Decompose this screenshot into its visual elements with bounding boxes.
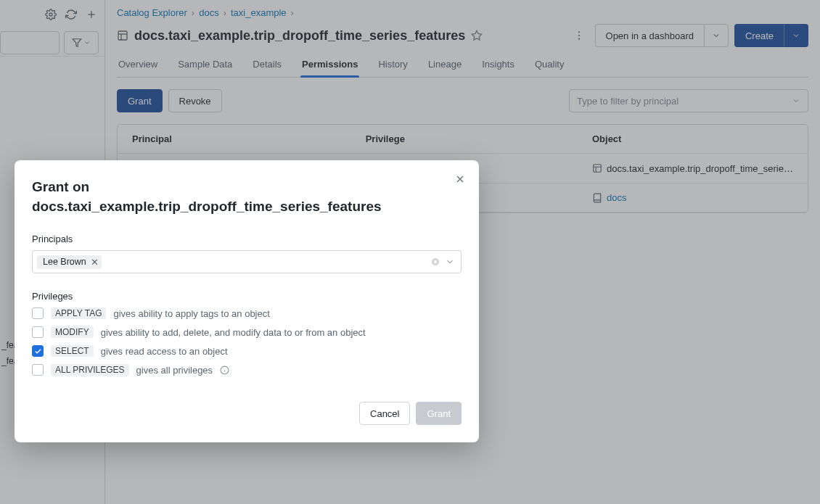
principal-tag: Lee Brown✕ [37,255,102,269]
grant-modal: Grant on docs.taxi_example.trip_dropoff_… [15,160,479,442]
privilege-row: APPLY TAGgives ability to apply tags to … [32,307,462,319]
info-icon[interactable] [220,365,229,375]
privileges-label: Privileges [32,291,462,302]
chevron-down-icon[interactable] [445,257,455,267]
cancel-button[interactable]: Cancel [359,402,410,425]
privilege-row: ALL PRIVILEGESgives all privileges [32,364,462,376]
privilege-checkbox[interactable] [32,326,44,338]
privilege-description: gives all privileges [136,365,213,376]
privilege-row: MODIFYgives ability to add, delete, and … [32,326,462,338]
privilege-checkbox[interactable] [32,307,44,319]
privilege-code: MODIFY [51,326,94,338]
privilege-checkbox[interactable] [32,364,44,376]
clear-icon[interactable] [430,257,440,267]
privilege-description: gives read access to an object [101,346,228,357]
privilege-row: SELECTgives read access to an object [32,345,462,357]
privilege-code: APPLY TAG [51,307,106,319]
privilege-description: gives ability to apply tags to an object [113,308,269,319]
grant-submit-button[interactable]: Grant [416,402,462,425]
close-icon[interactable] [454,173,466,185]
principals-label: Principals [32,234,462,244]
privilege-description: gives ability to add, delete, and modify… [101,327,366,338]
privilege-code: SELECT [51,345,94,357]
privilege-code: ALL PRIVILEGES [51,364,129,376]
privileges-list: APPLY TAGgives ability to apply tags to … [32,307,462,376]
modal-title: Grant on docs.taxi_example.trip_dropoff_… [32,178,438,216]
remove-tag-icon[interactable]: ✕ [91,257,99,268]
principals-select[interactable]: Lee Brown✕ [32,250,462,273]
privilege-checkbox[interactable] [32,345,44,357]
